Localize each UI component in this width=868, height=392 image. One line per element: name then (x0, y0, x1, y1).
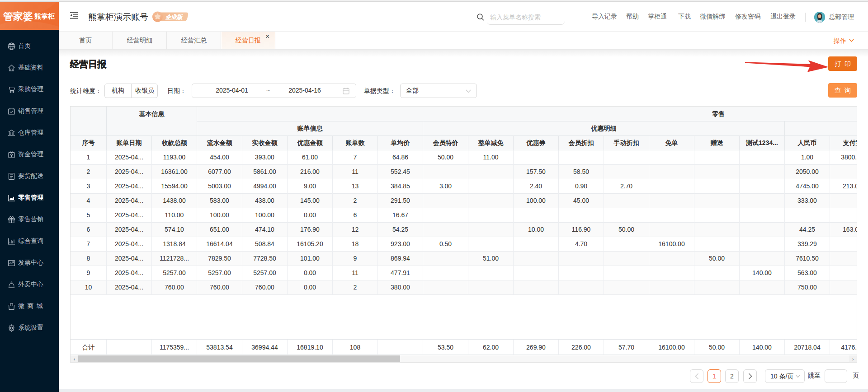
svg-text:企业版: 企业版 (165, 14, 183, 20)
